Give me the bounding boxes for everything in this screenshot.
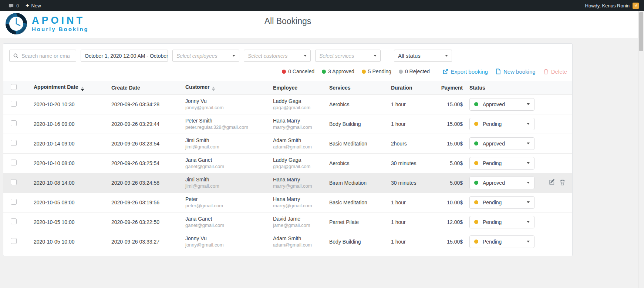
appointment-date: 2020-10-20 10:30 [34, 101, 75, 107]
customer-name: Jana Ganet [185, 157, 266, 163]
chevron-down-icon [527, 182, 530, 184]
chevron-down-icon [304, 55, 307, 57]
row-checkbox[interactable] [11, 238, 17, 244]
create-date: 2020-09-26 03:24:58 [111, 180, 159, 186]
duration-value: 1 hour [391, 219, 406, 225]
row-checkbox[interactable] [11, 179, 17, 185]
row-checkbox[interactable] [11, 120, 17, 126]
bookings-table: Appointment Date Create Date Customer Em… [3, 81, 572, 251]
avatar[interactable] [633, 3, 639, 9]
chevron-down-icon [527, 162, 530, 164]
header-payment: Payment [434, 81, 463, 94]
status-select[interactable]: Pending [469, 196, 535, 209]
status-select[interactable]: Pending [469, 157, 535, 170]
logo-subtitle: Hourly Booking [32, 26, 89, 32]
customer-email: ganet@gmail.com [185, 164, 266, 169]
payment-value: 12.00$ [447, 219, 463, 225]
row-checkbox[interactable] [11, 140, 17, 146]
header-created-label: Create Date [111, 85, 140, 91]
row-checkbox[interactable] [11, 199, 17, 205]
select-all-checkbox[interactable] [11, 84, 17, 90]
service-name: Basic Meditation [329, 141, 367, 147]
duration-value: 1 hour [391, 121, 406, 127]
sort-icon[interactable] [212, 87, 215, 91]
status-select[interactable]: Pending [469, 235, 535, 248]
row-checkbox[interactable] [11, 218, 17, 224]
date-range-input[interactable]: October 1, 2020 12:00 AM - October 31, 2… [81, 50, 168, 62]
appointment-date: 2020-10-10 08:00 [34, 160, 75, 166]
header-appointment-date[interactable]: Appointment Date [26, 81, 104, 94]
status-label: Pending [483, 239, 502, 245]
status-dot [474, 122, 478, 126]
header-employee: Employee [266, 81, 322, 94]
customer-name: Jimi Smith [185, 137, 266, 143]
status-select[interactable]: Approved [469, 98, 535, 111]
employee-email: marry@gmail.com [273, 124, 322, 130]
edit-icon[interactable] [549, 179, 555, 185]
chevron-down-icon [232, 55, 235, 57]
search-box [9, 50, 76, 62]
status-label: Pending [483, 219, 502, 225]
duration-value: 30 minutes [391, 180, 416, 186]
plus-icon: + [26, 3, 29, 9]
duration-value: 30 minutes [391, 160, 416, 166]
service-name: Body Building [329, 121, 361, 127]
status-select[interactable]: Approved [469, 177, 535, 189]
table-row: 2020-10-10 08:00 2020-09-26 03:25:54 Jan… [3, 153, 572, 173]
legend-approved-label: 3 Approved [328, 68, 354, 74]
payment-value: 15.00$ [447, 121, 463, 127]
status-dot [474, 240, 478, 244]
payment-value: 5.00$ [450, 180, 463, 186]
customer-email: jimi@gmail.com [185, 144, 266, 150]
header-services: Services [322, 81, 384, 94]
new-booking-button[interactable]: New booking [495, 68, 536, 75]
export-icon [442, 68, 449, 75]
bookings-table-body: 2020-10-20 10:30 2020-09-26 03:34:28 Jon… [3, 94, 572, 251]
appointment-date: 2020-10-14 09:00 [34, 141, 75, 147]
select-status[interactable]: All status [394, 50, 452, 62]
employee-email: marry@gmail.com [273, 183, 322, 189]
employee-email: adam@gmail.com [273, 242, 322, 248]
delete-button[interactable]: Delete [543, 68, 567, 75]
header-customer[interactable]: Customer [178, 81, 266, 94]
employee-name: David Jame [273, 216, 322, 222]
select-services[interactable]: Select services [315, 50, 381, 62]
row-checkbox[interactable] [11, 101, 17, 107]
row-actions [549, 179, 566, 185]
admin-new-button[interactable]: + New [22, 0, 44, 11]
legend-canceled-label: 0 Canceled [288, 68, 314, 74]
search-input[interactable] [21, 53, 70, 59]
select-customers[interactable]: Select customers [244, 50, 311, 62]
status-select[interactable]: Pending [469, 118, 535, 130]
row-checkbox[interactable] [11, 160, 17, 165]
header-duration: Duration [384, 81, 434, 94]
select-services-placeholder: Select services [319, 53, 354, 59]
legend-dot [399, 70, 403, 74]
howdy-text[interactable]: Howdy, Kenus Ronin [585, 3, 630, 9]
scrollbar-thumb[interactable] [639, 12, 643, 51]
customer-name: Jana Ganet [185, 216, 266, 222]
trash-icon[interactable] [559, 179, 566, 185]
header-create-date: Create Date [104, 81, 178, 94]
payment-value: 15.00$ [447, 239, 463, 245]
legend-pending: 5 Pending [362, 68, 391, 74]
duration-value: 2hours [391, 141, 407, 147]
customer-email: peter.regular.328@gmail.com [185, 124, 266, 130]
status-select[interactable]: Approved [469, 137, 535, 150]
chevron-down-icon [527, 123, 530, 125]
scrollbar[interactable] [638, 11, 644, 288]
sort-icon[interactable] [81, 87, 84, 91]
status-select[interactable]: Pending [469, 216, 535, 228]
header-status-label: Status [469, 85, 485, 91]
select-employees[interactable]: Select employees [172, 50, 239, 62]
legend-pending-label: 5 Pending [368, 68, 391, 74]
create-date: 2020-09-26 03:23:54 [111, 141, 159, 147]
export-booking-button[interactable]: Export booking [442, 68, 488, 75]
appointment-date: 2020-10-08 14:00 [34, 180, 75, 186]
new-booking-icon [495, 68, 501, 74]
admin-comments[interactable]: 0 [5, 0, 22, 11]
status-dot [474, 200, 478, 204]
status-dot [474, 161, 478, 165]
service-name: Biram Mediation [329, 180, 367, 186]
service-name: Body Building [329, 239, 361, 245]
